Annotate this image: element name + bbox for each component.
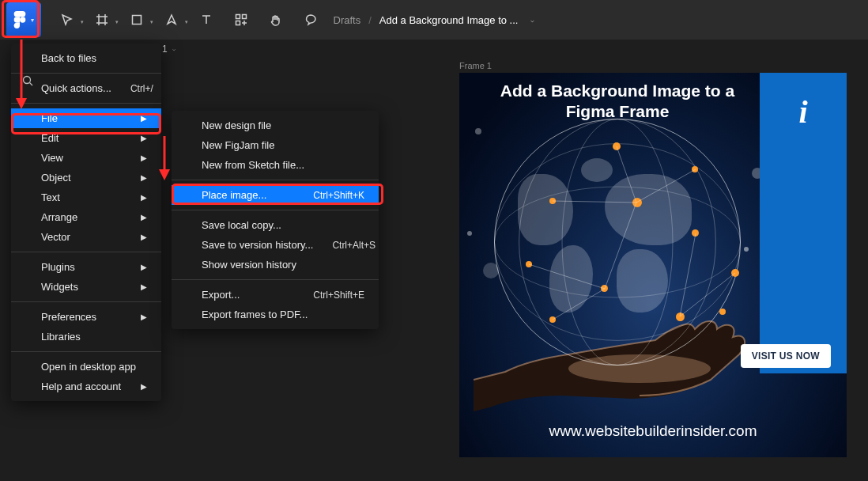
menu-label: Export frames to PDF... (202, 309, 308, 320)
svg-line-18 (680, 273, 735, 316)
menu-text[interactable]: Text ▶ (11, 187, 161, 207)
menu-open-desktop[interactable]: Open in desktop app (11, 357, 161, 377)
breadcrumb-drafts[interactable]: Drafts (334, 14, 361, 26)
menu-separator (11, 252, 161, 252)
menu-view[interactable]: View ▶ (11, 148, 161, 168)
menu-shortcut: Ctrl+/ (130, 83, 153, 94)
pen-tool[interactable]: ▾ (163, 11, 180, 28)
menu-label: New from Sketch file... (202, 159, 304, 171)
page-label: 1 (162, 44, 168, 55)
svg-rect-3 (243, 15, 247, 19)
submenu-new-figjam[interactable]: New FigJam file (172, 135, 379, 155)
submenu-export[interactable]: Export... Ctrl+Shift+E (172, 285, 379, 305)
submenu-export-pdf[interactable]: Export frames to PDF... (172, 305, 379, 324)
svg-line-19 (553, 289, 605, 320)
globe-graphic (494, 119, 741, 365)
page-selector[interactable]: 1 ⌵ (162, 44, 175, 55)
menu-separator (11, 103, 161, 104)
frame-headline: Add a Background Image to a Figma Frame (491, 81, 744, 123)
menu-quick-actions[interactable]: Quick actions... Ctrl+/ (11, 78, 161, 98)
chevron-right-icon: ▶ (141, 114, 147, 123)
svg-point-0 (20, 17, 25, 22)
canvas-frame[interactable]: i Add a Background Image to a Figma Fram… (459, 73, 847, 457)
menu-separator (172, 279, 379, 280)
svg-point-5 (24, 77, 31, 84)
menu-label: Save local copy... (202, 219, 281, 231)
chevron-down-icon: ⌵ (172, 46, 175, 52)
svg-line-17 (529, 264, 605, 289)
menu-libraries[interactable]: Libraries (11, 327, 161, 347)
svg-line-14 (605, 203, 636, 289)
breadcrumb-title[interactable]: Add a Background Image to ... (379, 14, 519, 26)
submenu-show-version[interactable]: Show version history (172, 255, 379, 275)
svg-rect-2 (236, 15, 240, 19)
menu-label: New design file (202, 119, 271, 131)
menu-plugins[interactable]: Plugins ▶ (11, 257, 161, 277)
breadcrumb: Drafts / Add a Background Image to ... ⌵ (334, 14, 535, 26)
menu-label: Text (41, 191, 60, 203)
svg-line-16 (680, 233, 696, 316)
menu-label: File (41, 112, 58, 124)
hand-tool[interactable] (267, 11, 285, 28)
file-submenu: New design file New FigJam file New from… (172, 111, 379, 329)
menu-preferences[interactable]: Preferences ▶ (11, 307, 161, 327)
menu-shortcut: Ctrl+Shift+K (313, 190, 364, 201)
text-tool[interactable] (198, 11, 215, 28)
menu-widgets[interactable]: Widgets ▶ (11, 277, 161, 297)
search-icon (22, 75, 33, 86)
chevron-down-icon: ▾ (31, 17, 34, 24)
svg-line-6 (30, 83, 33, 86)
menu-separator (172, 210, 379, 210)
menu-label: Open in desktop app (41, 361, 136, 373)
resources-tool[interactable] (232, 11, 250, 28)
chevron-down-icon[interactable]: ⌵ (530, 17, 534, 24)
menu-vector[interactable]: Vector ▶ (11, 227, 161, 247)
menu-separator (11, 351, 161, 352)
menu-label: Vector (41, 231, 70, 243)
chevron-right-icon: ▶ (141, 382, 147, 391)
menu-arrange[interactable]: Arrange ▶ (11, 207, 161, 227)
shape-tool[interactable]: ▾ (128, 11, 145, 28)
menu-help[interactable]: Help and account ▶ (11, 377, 161, 396)
svg-line-13 (636, 169, 696, 203)
figma-menu-button[interactable]: ▾ (6, 2, 41, 37)
frame-url: www.websitebuilderinsider.com (459, 422, 847, 440)
chevron-right-icon: ▶ (141, 312, 147, 321)
cta-button: VISIT US NOW (741, 344, 831, 368)
submenu-save-local[interactable]: Save local copy... (172, 215, 379, 235)
side-strip: i (760, 73, 847, 373)
comment-tool[interactable] (302, 11, 319, 28)
breadcrumb-separator: / (368, 14, 372, 26)
chevron-right-icon: ▶ (141, 153, 147, 162)
svg-line-15 (553, 201, 636, 203)
svg-rect-4 (236, 21, 240, 25)
menu-label: Place image... (202, 189, 266, 201)
menu-label: Quick actions... (41, 82, 111, 94)
submenu-save-version[interactable]: Save to version history... Ctrl+Alt+S (172, 235, 379, 255)
menu-label: Libraries (41, 331, 81, 343)
frame-tool[interactable]: ▾ (93, 11, 111, 28)
top-toolbar: ▾ ▾ ▾ ▾ ▾ Drafts / Add a Background Imag… (0, 0, 868, 40)
menu-label: Plugins (41, 261, 75, 273)
menu-separator (11, 301, 161, 302)
chevron-right-icon: ▶ (141, 233, 147, 241)
menu-label: Save to version history... (202, 239, 313, 251)
menu-file[interactable]: File ▶ (11, 108, 161, 128)
submenu-place-image[interactable]: Place image... Ctrl+Shift+K (172, 185, 379, 205)
side-strip-letter: i (798, 93, 807, 131)
menu-back-to-files[interactable]: Back to files (11, 48, 161, 68)
chevron-right-icon: ▶ (141, 173, 147, 182)
chevron-right-icon: ▶ (141, 282, 147, 291)
submenu-new-sketch[interactable]: New from Sketch file... (172, 155, 379, 175)
menu-edit[interactable]: Edit ▶ (11, 128, 161, 148)
move-tool[interactable]: ▾ (58, 11, 76, 28)
svg-rect-1 (133, 16, 142, 25)
submenu-new-design[interactable]: New design file (172, 116, 379, 135)
svg-line-12 (617, 146, 636, 203)
menu-object[interactable]: Object ▶ (11, 168, 161, 187)
menu-label: Edit (41, 132, 58, 144)
menu-separator (172, 180, 379, 180)
menu-label: Show version history (202, 259, 296, 271)
chevron-right-icon: ▶ (141, 193, 147, 202)
frame-label[interactable]: Frame 1 (459, 61, 492, 70)
